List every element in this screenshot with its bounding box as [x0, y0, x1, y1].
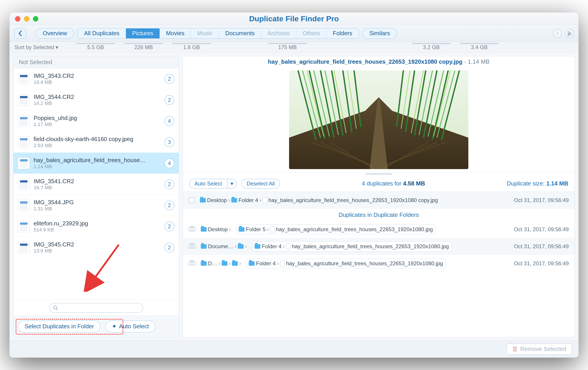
size-all: 5.5 GB — [87, 44, 104, 50]
search-input[interactable] — [49, 303, 143, 313]
file-row[interactable]: field-clouds-sky-earth-46160 copy.jpeg 2… — [13, 132, 179, 153]
split-handle[interactable] — [183, 173, 575, 175]
folder-icon — [200, 198, 206, 203]
size-pictures: 226 MB — [134, 44, 153, 50]
file-thumb-icon — [18, 136, 30, 148]
folder-icon — [239, 227, 244, 232]
auto-select-button[interactable]: ✦ Auto Select — [105, 320, 156, 333]
file-size: 1.31 MB — [34, 206, 160, 212]
file-row[interactable]: hay_bales_agriculture_field_trees_house…… — [13, 153, 179, 174]
duplicates-summary: 4 duplicates for 4.58 MB — [284, 180, 502, 187]
auto-select-menu-button[interactable]: ▾ — [227, 179, 237, 189]
file-row[interactable]: IMG_3545.CR2 13.9 MB 2 — [13, 237, 179, 258]
file-row[interactable]: IMG_3541.CR2 16.7 MB 2 — [13, 174, 179, 195]
tab-music[interactable]: Music — [191, 29, 219, 38]
preview-image — [183, 67, 575, 173]
duplicate-count-badge: 2 — [165, 74, 174, 84]
tab-documents[interactable]: Documents — [219, 29, 261, 38]
row-date: Oct 31, 2017, 09:56:49 — [514, 226, 569, 233]
detail-panel: hay_bales_agriculture_field_trees_houses… — [183, 56, 575, 337]
row-date: Oct 31, 2017, 09:56:49 — [514, 260, 569, 267]
overview-button[interactable]: Overview — [36, 28, 74, 39]
file-thumb-icon — [18, 94, 30, 106]
file-icon — [286, 243, 290, 249]
boxed-path[interactable]: Folder 4›hay_bales_agriculture_field_tre… — [252, 241, 451, 251]
category-tabs: All Duplicates Pictures Movies Music Doc… — [77, 28, 359, 39]
file-size: 1.17 MB — [34, 121, 160, 127]
folder-icon — [232, 261, 238, 266]
camera-icon — [189, 226, 195, 233]
svg-rect-36 — [191, 226, 193, 227]
tab-archives[interactable]: Archives — [261, 29, 296, 38]
duplicate-row[interactable]: D…››› Folder 4›hay_bales_agriculture_fie… — [183, 255, 575, 272]
file-row[interactable]: elitefon.ru_23929.jpg 514.9 KB 2 — [13, 216, 179, 237]
sub-header: Duplicates in Duplicate Folders — [183, 209, 575, 221]
app-window: Duplicate File Finder Pro Overview All D… — [10, 12, 578, 358]
row-date: Oct 31, 2017, 09:56:49 — [514, 243, 569, 250]
duplicate-count-badge: 2 — [165, 179, 174, 189]
info-button[interactable]: i — [553, 29, 562, 38]
svg-point-0 — [53, 306, 57, 309]
file-name: IMG_3543.CR2 — [34, 72, 160, 79]
file-row[interactable]: Poppies_uhd.jpg 1.17 MB 4 — [13, 110, 179, 132]
size-documents: 175 MB — [278, 44, 297, 50]
duplicate-size-label: Duplicate size: 1.14 MB — [507, 180, 568, 187]
deselect-all-button[interactable]: Deselect All — [241, 179, 280, 189]
file-row[interactable]: IMG_3543.CR2 19.4 MB 2 — [13, 68, 179, 89]
file-icon — [280, 261, 284, 266]
tab-folders[interactable]: Folders — [326, 29, 358, 38]
file-thumb-icon — [18, 115, 30, 127]
file-size: 1.14 MB — [34, 164, 160, 170]
duplicates-toolbar: Auto Select ▾ Deselect All 4 duplicates … — [183, 175, 575, 192]
trash-icon — [512, 346, 518, 352]
folder-icon — [201, 244, 207, 249]
boxed-path[interactable]: Folder 5›hay_bales_agriculture_field_tre… — [236, 224, 435, 234]
svg-point-41 — [191, 262, 193, 264]
svg-point-38 — [191, 245, 193, 247]
file-thumb-icon — [18, 221, 30, 232]
file-size: 14.2 MB — [34, 100, 160, 106]
similars-button[interactable]: Similars — [362, 28, 397, 39]
size-movies: 1.8 GB — [183, 44, 200, 50]
row-date: Oct 31, 2017, 09:56:49 — [514, 197, 569, 203]
tab-all-duplicates[interactable]: All Duplicates — [78, 29, 126, 38]
file-list-panel: Not Selected IMG_3543.CR2 19.4 MB 2 IMG_… — [13, 56, 179, 337]
row-checkbox[interactable] — [189, 197, 195, 203]
tab-movies[interactable]: Movies — [160, 29, 191, 38]
duplicate-count-badge: 4 — [165, 158, 174, 168]
folder-icon — [249, 261, 254, 266]
file-row[interactable]: IMG_3544.JPG 1.31 MB 2 — [13, 195, 179, 216]
file-size: 19.4 MB — [34, 79, 160, 85]
folder-icon — [222, 261, 227, 266]
remove-selected-button[interactable]: Remove Selected — [506, 344, 572, 355]
duplicate-row[interactable]: Desktop›Folder 4›hay_bales_agriculture_f… — [183, 192, 575, 209]
duplicate-row[interactable]: Desktop› Folder 5›hay_bales_agriculture_… — [183, 221, 575, 238]
svg-point-35 — [191, 228, 193, 230]
titlebar: Duplicate File Finder Pro — [10, 12, 578, 25]
tab-pictures[interactable]: Pictures — [126, 29, 160, 38]
file-name: IMG_3541.CR2 — [34, 178, 160, 185]
file-thumb-icon — [18, 73, 30, 85]
boxed-path[interactable]: Folder 4›hay_bales_agriculture_field_tre… — [246, 259, 445, 268]
svg-rect-37 — [189, 244, 195, 248]
folder-icon — [231, 198, 237, 203]
duplicate-count-badge: 2 — [165, 200, 174, 210]
section-header: Not Selected — [13, 56, 179, 68]
file-row[interactable]: IMG_3544.CR2 14.2 MB 2 — [13, 89, 179, 110]
file-size: 16.7 MB — [34, 185, 160, 191]
svg-rect-34 — [189, 227, 195, 231]
svg-rect-42 — [191, 260, 193, 261]
back-button[interactable] — [14, 28, 26, 39]
duplicate-row[interactable]: Docume…›› Folder 4›hay_bales_agriculture… — [183, 238, 575, 255]
file-name: IMG_3544.JPG — [34, 199, 160, 206]
select-duplicates-in-folder-button[interactable]: Select Duplicates in Folder — [18, 320, 101, 333]
file-name: IMG_3544.CR2 — [34, 94, 160, 100]
sort-dropdown[interactable]: Sort by Selected ▾ — [15, 44, 58, 50]
size-folders: 3.2 GB — [423, 44, 440, 50]
camera-icon — [189, 260, 195, 267]
auto-select-dup-button[interactable]: Auto Select — [189, 179, 227, 189]
tab-others[interactable]: Others — [296, 29, 326, 38]
duplicate-count-badge: 4 — [165, 116, 174, 126]
feed-button[interactable] — [565, 29, 574, 38]
folder-icon — [201, 261, 207, 266]
